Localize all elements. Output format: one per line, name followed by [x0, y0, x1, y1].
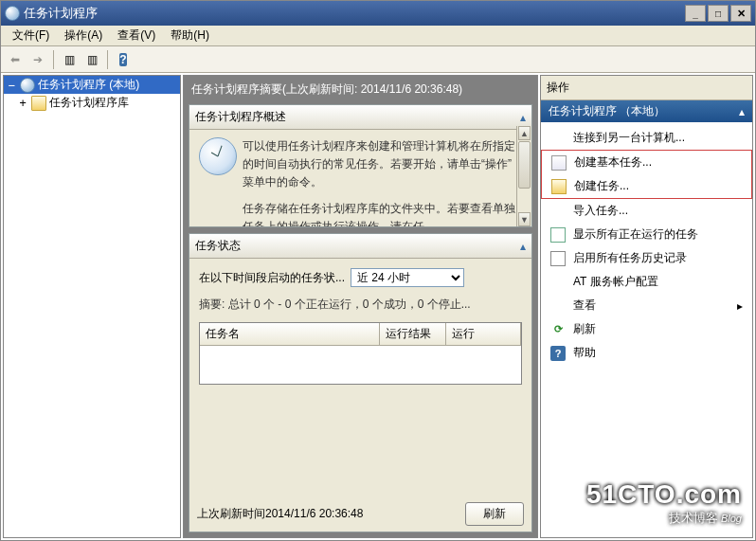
tree-root-node[interactable]: − 任务计划程序 (本地)	[4, 76, 180, 94]
minimize-button[interactable]: _	[685, 5, 706, 22]
blank-icon	[550, 204, 566, 219]
status-period-select[interactable]: 近 24 小时	[351, 268, 464, 287]
overview-title-text: 任务计划程序概述	[195, 109, 286, 125]
action-create-basic-label: 创建基本任务...	[574, 154, 652, 171]
window-title: 任务计划程序	[24, 5, 683, 22]
actions-section-header: 任务计划程序 （本地） ▴	[541, 100, 752, 122]
maximize-button[interactable]: □	[708, 5, 729, 22]
status-panel: 任务状态 ▴ 在以下时间段启动的任务状... 近 24 小时 摘要: 总计 0 …	[189, 233, 532, 532]
help-icon: ?	[550, 346, 566, 361]
help-icon: ?	[119, 53, 126, 66]
action-refresh[interactable]: ⟳ 刷新	[541, 317, 752, 341]
scheduler-icon	[20, 78, 35, 93]
actions-section-title: 任务计划程序 （本地）	[549, 103, 665, 119]
create-basic-task-icon	[551, 155, 567, 171]
scroll-up-icon[interactable]: ▲	[518, 126, 531, 140]
refresh-button[interactable]: 刷新	[465, 502, 524, 526]
menu-help[interactable]: 帮助(H)	[163, 26, 217, 45]
action-view-submenu[interactable]: 查看 ▸	[541, 294, 752, 317]
col-run-result[interactable]: 运行结果	[380, 323, 446, 345]
toolbar-help-button[interactable]: ?	[113, 49, 134, 70]
actions-list: 连接到另一台计算机... 创建基本任务... 创建任务... 导入任务... 显…	[541, 122, 752, 369]
title-bar: 任务计划程序 _ □ ✕	[1, 1, 755, 26]
forward-button: ➔	[27, 49, 48, 70]
toolbar-separator	[107, 50, 108, 69]
task-list-header: 任务名 运行结果 运行	[200, 323, 521, 346]
action-enable-history-label: 启用所有任务历史记录	[573, 250, 687, 266]
action-create-basic-task[interactable]: 创建基本任务...	[542, 151, 751, 174]
action-help-label: 帮助	[573, 345, 596, 361]
task-list[interactable]: 任务名 运行结果 运行	[199, 322, 522, 385]
menu-bar: 文件(F) 操作(A) 查看(V) 帮助(H)	[1, 26, 755, 46]
col-task-name[interactable]: 任务名	[200, 323, 380, 345]
overview-body: 可以使用任务计划程序来创建和管理计算机将在所指定的时间自动执行的常见任务。若要开…	[189, 130, 531, 227]
action-show-running[interactable]: 显示所有正在运行的任务	[541, 223, 752, 246]
overview-paragraph-1: 可以使用任务计划程序来创建和管理计算机将在所指定的时间自动执行的常见任务。若要开…	[243, 137, 522, 192]
submenu-arrow-icon: ▸	[737, 299, 743, 313]
blank-icon	[550, 131, 566, 146]
action-create-task-label: 创建任务...	[574, 178, 629, 194]
status-filter-row: 在以下时间段启动的任务状... 近 24 小时	[199, 268, 522, 287]
menu-action[interactable]: 操作(A)	[57, 26, 110, 45]
menu-file[interactable]: 文件(F)	[5, 26, 57, 45]
blank-icon	[550, 298, 566, 314]
running-tasks-icon	[550, 227, 566, 243]
toolbar: ⬅ ➔ ▥ ▥ ?	[1, 46, 755, 73]
overview-panel-title: 任务计划程序概述 ▴	[189, 105, 531, 130]
toolbar-btn-1[interactable]: ▥	[59, 49, 80, 70]
window-buttons: _ □ ✕	[683, 5, 751, 22]
tree-library-label: 任务计划程序库	[49, 95, 129, 111]
navigation-tree[interactable]: − 任务计划程序 (本地) + 任务计划程序库	[3, 75, 181, 538]
action-create-task[interactable]: 创建任务...	[542, 174, 751, 198]
refresh-icon: ⟳	[550, 322, 566, 337]
center-header: 任务计划程序摘要(上次刷新时间: 2014/11/6 20:36:48)	[186, 78, 535, 101]
history-icon	[550, 251, 566, 266]
overview-scrollbar[interactable]: ▲ ▼	[516, 126, 531, 226]
action-import-label: 导入任务...	[573, 203, 628, 219]
action-at-service-label: AT 服务帐户配置	[573, 274, 658, 290]
toolbar-separator	[53, 50, 54, 69]
action-refresh-label: 刷新	[573, 321, 596, 337]
folder-icon	[31, 96, 46, 111]
status-panel-title: 任务状态 ▴	[189, 234, 531, 259]
tree-root-label: 任务计划程序 (本地)	[38, 77, 139, 93]
action-at-service[interactable]: AT 服务帐户配置	[541, 270, 752, 294]
close-button[interactable]: ✕	[730, 5, 751, 22]
tree-library-node[interactable]: + 任务计划程序库	[4, 94, 180, 112]
tree-expand-icon[interactable]: +	[17, 97, 28, 110]
actions-pane: 操作 任务计划程序 （本地） ▴ 连接到另一台计算机... 创建基本任务... …	[540, 75, 753, 538]
last-refresh-label: 上次刷新时间2014/11/6 20:36:48	[197, 506, 363, 522]
status-body: 在以下时间段启动的任务状... 近 24 小时 摘要: 总计 0 个 - 0 个…	[189, 259, 531, 496]
action-help[interactable]: ? 帮助	[541, 341, 752, 365]
action-enable-history[interactable]: 启用所有任务历史记录	[541, 246, 752, 270]
toolbar-btn-2[interactable]: ▥	[81, 49, 102, 70]
scroll-down-icon[interactable]: ▼	[518, 212, 531, 226]
create-task-icon	[551, 179, 567, 194]
overview-text: 可以使用任务计划程序来创建和管理计算机将在所指定的时间自动执行的常见任务。若要开…	[243, 137, 522, 227]
scroll-thumb[interactable]	[518, 141, 531, 189]
content-area: − 任务计划程序 (本地) + 任务计划程序库 任务计划程序摘要(上次刷新时间:…	[1, 73, 755, 540]
action-view-label: 查看	[573, 298, 596, 314]
highlighted-actions-group: 创建基本任务... 创建任务...	[541, 150, 752, 199]
clock-icon	[199, 137, 237, 175]
tree-collapse-icon[interactable]: −	[6, 79, 17, 92]
section-collapse-icon[interactable]: ▴	[739, 105, 745, 118]
col-run-time[interactable]: 运行	[446, 323, 521, 345]
panel-icon: ▥	[64, 53, 75, 66]
action-import-task[interactable]: 导入任务...	[541, 199, 752, 223]
panel-icon: ▥	[87, 53, 98, 66]
blank-icon	[550, 275, 566, 290]
action-connect-label: 连接到另一台计算机...	[573, 130, 685, 146]
overview-paragraph-2: 任务存储在任务计划程序库的文件夹中。若要查看单独任务上的操作或执行该操作，请在任	[243, 200, 522, 227]
overview-panel: 任务计划程序概述 ▴ 可以使用任务计划程序来创建和管理计算机将在所指定的时间自动…	[189, 104, 532, 227]
status-bottom-row: 上次刷新时间2014/11/6 20:36:48 刷新	[189, 496, 531, 532]
back-button: ⬅	[5, 49, 26, 70]
collapse-icon[interactable]: ▴	[520, 111, 526, 124]
center-pane: 任务计划程序摘要(上次刷新时间: 2014/11/6 20:36:48) 任务计…	[183, 75, 538, 538]
action-show-running-label: 显示所有正在运行的任务	[573, 226, 698, 243]
status-summary: 摘要: 总计 0 个 - 0 个正在运行，0 个成功，0 个停止...	[199, 297, 522, 313]
collapse-icon[interactable]: ▴	[520, 240, 526, 253]
menu-view[interactable]: 查看(V)	[110, 26, 163, 45]
action-connect[interactable]: 连接到另一台计算机...	[541, 126, 752, 150]
actions-pane-title: 操作	[541, 76, 752, 100]
